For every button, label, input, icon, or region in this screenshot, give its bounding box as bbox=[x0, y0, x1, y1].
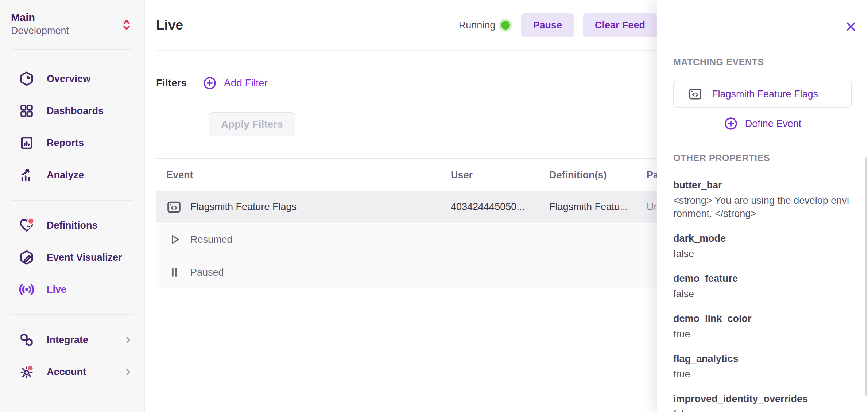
sidebar-item-event-visualizer[interactable]: Event Visualizer bbox=[0, 241, 144, 273]
property-item: flag_analytics true bbox=[673, 352, 852, 381]
property-value: true bbox=[673, 368, 852, 381]
definitions-icon bbox=[18, 217, 35, 234]
reports-icon bbox=[18, 135, 35, 151]
code-event-icon bbox=[166, 199, 182, 215]
matched-event-item[interactable]: Flagsmith Feature Flags bbox=[673, 81, 852, 108]
code-event-icon bbox=[688, 87, 702, 101]
sidebar-item-label: Definitions bbox=[47, 220, 133, 231]
table-row[interactable]: Flagsmith Feature Flags 403424445050... … bbox=[156, 191, 704, 223]
feed-state-label: Paused bbox=[190, 267, 224, 278]
matched-event-name: Flagsmith Feature Flags bbox=[712, 89, 818, 100]
add-filter-button[interactable]: Add Filter bbox=[203, 76, 268, 90]
property-item: improved_identity_overrides false bbox=[673, 392, 852, 412]
property-name: demo_link_color bbox=[673, 312, 852, 325]
property-value: true bbox=[673, 327, 852, 341]
property-name: dark_mode bbox=[673, 232, 852, 245]
account-icon bbox=[18, 364, 35, 380]
event-definitions: Flagsmith Featu... bbox=[539, 201, 636, 213]
property-value: <strong> You are using the develop envir… bbox=[673, 194, 852, 220]
workspace-name: Main bbox=[11, 11, 133, 24]
event-name: Flagsmith Feature Flags bbox=[190, 201, 297, 213]
sidebar-item-reports[interactable]: Reports bbox=[0, 127, 144, 159]
sidebar-item-label: Live bbox=[47, 284, 133, 295]
plus-circle-icon bbox=[724, 117, 738, 131]
app-window: Main Development Overview Dashboards Rep… bbox=[0, 0, 868, 412]
sidebar-item-analyze[interactable]: Analyze bbox=[0, 159, 144, 191]
close-icon bbox=[845, 20, 857, 33]
panel-scrollbar[interactable] bbox=[865, 157, 867, 396]
sidebar-item-label: Integrate bbox=[47, 334, 123, 346]
properties-list: butter_bar <strong> You are using the de… bbox=[673, 179, 852, 412]
property-name: improved_identity_overrides bbox=[673, 392, 852, 405]
column-header-user: User bbox=[441, 170, 539, 181]
plus-circle-icon bbox=[203, 76, 217, 90]
property-name: flag_analytics bbox=[673, 352, 852, 365]
sidebar-item-account[interactable]: Account bbox=[0, 356, 144, 388]
live-icon bbox=[18, 281, 35, 298]
property-item: demo_feature false bbox=[673, 272, 852, 300]
feed-controls: Running Pause Clear Feed bbox=[459, 13, 657, 37]
apply-filters-button[interactable]: Apply Filters bbox=[209, 112, 295, 136]
integrate-icon bbox=[18, 331, 35, 348]
property-item: butter_bar <strong> You are using the de… bbox=[673, 179, 852, 220]
pause-button[interactable]: Pause bbox=[521, 13, 574, 37]
matching-events-label: MATCHING EVENTS bbox=[673, 57, 852, 67]
clear-feed-button[interactable]: Clear Feed bbox=[583, 13, 657, 37]
sidebar-item-label: Reports bbox=[47, 137, 133, 149]
column-header-definitions: Definition(s) bbox=[539, 170, 636, 181]
sidebar-item-label: Overview bbox=[47, 73, 133, 85]
sidebar-item-integrate[interactable]: Integrate bbox=[0, 324, 144, 356]
status-running-dot bbox=[501, 21, 510, 30]
live-events-table: Event User Definition(s) Path Flagsmith … bbox=[156, 158, 704, 288]
chevron-right-icon bbox=[123, 366, 133, 377]
close-panel-button[interactable] bbox=[843, 19, 859, 34]
define-event-button[interactable]: Define Event bbox=[673, 116, 852, 132]
event-detail-panel: MATCHING EVENTS Flagsmith Feature Flags … bbox=[657, 0, 868, 412]
property-name: butter_bar bbox=[673, 179, 852, 192]
event-visualizer-icon bbox=[18, 249, 35, 266]
property-item: demo_link_color true bbox=[673, 312, 852, 341]
pause-icon bbox=[168, 266, 181, 279]
sidebar-divider bbox=[11, 314, 133, 315]
chevron-right-icon bbox=[123, 334, 133, 345]
sidebar-item-label: Analyze bbox=[47, 170, 133, 181]
workspace-sort-icon bbox=[120, 18, 133, 32]
feed-state-resumed: Resumed bbox=[156, 224, 704, 256]
table-header-row: Event User Definition(s) Path bbox=[156, 159, 704, 191]
column-header-event: Event bbox=[156, 170, 441, 181]
play-icon bbox=[168, 233, 181, 246]
feed-status: Running bbox=[459, 20, 512, 31]
sidebar-item-overview[interactable]: Overview bbox=[0, 63, 144, 95]
property-value: false bbox=[673, 287, 852, 300]
feed-state-label: Resumed bbox=[190, 234, 233, 245]
sidebar: Main Development Overview Dashboards Rep… bbox=[0, 0, 145, 412]
sidebar-item-label: Dashboards bbox=[47, 105, 133, 117]
sidebar-divider bbox=[11, 200, 133, 201]
property-item: dark_mode false bbox=[673, 232, 852, 260]
sidebar-item-definitions[interactable]: Definitions bbox=[0, 209, 144, 241]
other-properties-label: OTHER PROPERTIES bbox=[673, 153, 852, 163]
add-filter-label: Add Filter bbox=[224, 77, 268, 89]
page-header: Live Running Pause Clear Feed bbox=[156, 0, 657, 51]
sidebar-item-live[interactable]: Live bbox=[0, 273, 144, 306]
property-name: demo_feature bbox=[673, 272, 852, 285]
filters-label: Filters bbox=[156, 77, 187, 89]
analyze-icon bbox=[18, 167, 35, 183]
page-title: Live bbox=[156, 18, 183, 33]
property-value: false bbox=[673, 247, 852, 260]
event-user: 403424445050... bbox=[441, 201, 539, 213]
sidebar-divider bbox=[11, 49, 133, 50]
status-label: Running bbox=[459, 20, 496, 31]
sidebar-item-label: Account bbox=[47, 366, 123, 378]
define-event-label: Define Event bbox=[745, 118, 802, 129]
sidebar-item-dashboards[interactable]: Dashboards bbox=[0, 95, 144, 127]
feed-state-paused: Paused bbox=[156, 256, 704, 288]
property-value: false bbox=[673, 408, 852, 412]
dashboards-icon bbox=[18, 102, 35, 119]
workspace-environment: Development bbox=[11, 24, 133, 37]
overview-icon bbox=[18, 70, 35, 87]
workspace-switcher[interactable]: Main Development bbox=[0, 0, 144, 37]
sidebar-item-label: Event Visualizer bbox=[47, 252, 133, 263]
